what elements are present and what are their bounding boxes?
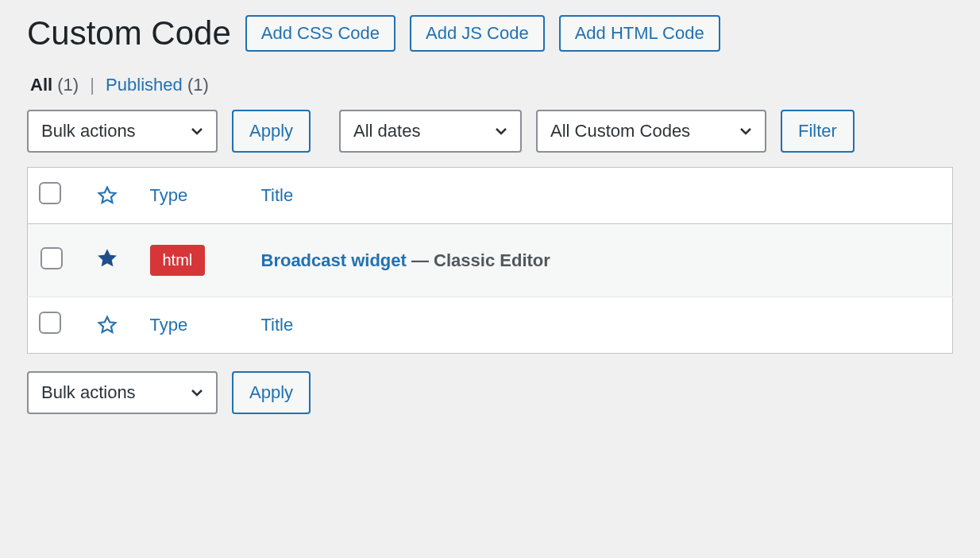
column-checkbox [28, 168, 75, 224]
table-header-row: Type Title [28, 168, 953, 224]
chevron-down-icon [493, 123, 509, 139]
column-title[interactable]: Title [250, 168, 953, 224]
page-title: Custom Code [27, 14, 231, 52]
add-html-code-button[interactable]: Add HTML Code [559, 15, 720, 52]
bulk-actions-label-bottom: Bulk actions [41, 382, 136, 403]
star-icon [97, 185, 118, 206]
add-js-code-button[interactable]: Add JS Code [410, 15, 545, 52]
column-star-footer[interactable] [75, 297, 139, 354]
date-filter-select[interactable]: All dates [339, 110, 522, 153]
bulk-actions-select[interactable]: Bulk actions [27, 110, 218, 153]
select-all-checkbox-bottom[interactable] [39, 312, 61, 334]
table-footer-row: Type Title [28, 297, 953, 354]
column-type-footer[interactable]: Type [139, 297, 250, 354]
row-checkbox[interactable] [41, 247, 63, 269]
tablenav-bottom: Bulk actions Apply [27, 371, 953, 414]
page-wrap: Custom Code Add CSS Code Add JS Code Add… [0, 0, 980, 460]
custom-code-table: Type Title html [27, 167, 953, 354]
type-badge: html [150, 245, 206, 276]
apply-button-bottom[interactable]: Apply [232, 371, 311, 414]
chevron-down-icon [189, 123, 205, 139]
table-row: html Broadcast widget — Classic Editor [28, 224, 953, 297]
add-css-code-button[interactable]: Add CSS Code [245, 15, 395, 52]
column-title-footer[interactable]: Title [250, 297, 953, 354]
chevron-down-icon [738, 123, 754, 139]
column-type[interactable]: Type [139, 168, 250, 224]
filter-separator: | [90, 75, 95, 95]
star-toggle[interactable] [95, 246, 119, 270]
filter-published-label: Published [106, 75, 183, 95]
status-filter-links: All (1) | Published (1) [30, 75, 953, 95]
date-filter-label: All dates [353, 121, 420, 141]
bulk-actions-select-bottom[interactable]: Bulk actions [27, 371, 218, 414]
row-title-link[interactable]: Broadcast widget [261, 250, 407, 270]
filter-all[interactable]: All (1) [30, 75, 83, 95]
star-icon [95, 246, 119, 270]
column-star[interactable] [75, 168, 139, 224]
filter-published[interactable]: Published (1) [106, 75, 209, 95]
bulk-actions-label: Bulk actions [41, 121, 136, 141]
row-title-suffix: — Classic Editor [407, 250, 550, 270]
chevron-down-icon [189, 385, 205, 401]
star-icon [97, 315, 118, 335]
select-all-checkbox-top[interactable] [39, 182, 61, 204]
heading-row: Custom Code Add CSS Code Add JS Code Add… [27, 14, 953, 52]
apply-button[interactable]: Apply [232, 110, 311, 153]
filter-all-label: All [30, 75, 52, 95]
filter-all-count: (1) [57, 75, 79, 95]
filter-button[interactable]: Filter [781, 110, 855, 153]
tablenav-top: Bulk actions Apply All dates All Custom … [27, 110, 953, 153]
filter-published-count: (1) [187, 75, 209, 95]
custom-codes-filter-label: All Custom Codes [550, 121, 690, 141]
custom-codes-filter-select[interactable]: All Custom Codes [536, 110, 766, 153]
